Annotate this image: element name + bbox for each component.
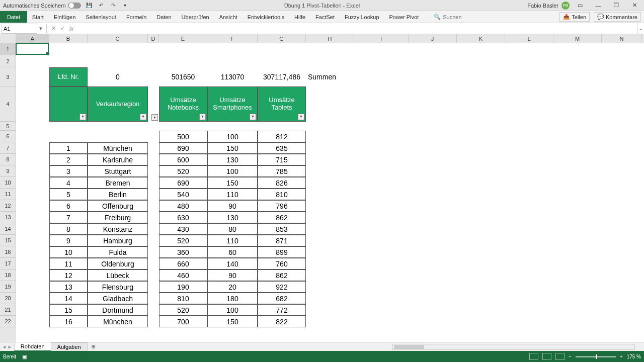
cell-e-8[interactable]: 430 — [159, 223, 207, 235]
cell-f-8[interactable]: 80 — [207, 223, 258, 235]
cell-f-7[interactable]: 130 — [207, 212, 258, 223]
cell-e-1[interactable]: 690 — [159, 142, 207, 154]
select-all-corner[interactable] — [0, 34, 16, 43]
header-tablets-filter-icon[interactable]: ▼ — [298, 114, 304, 120]
cell-g-5[interactable]: 810 — [258, 189, 306, 200]
header-lfd-filter[interactable]: ▼ — [49, 86, 88, 122]
cell-e-3[interactable]: 520 — [159, 165, 207, 177]
row-header-17[interactable]: 17 — [0, 258, 16, 269]
fx-icon[interactable]: fx — [67, 26, 76, 32]
zoom-level[interactable]: 175 % — [627, 354, 641, 359]
row-header-6[interactable]: 6 — [0, 131, 16, 142]
cell-r-11[interactable]: Oldenburg — [88, 258, 148, 269]
header-lfd-filter-filter-icon[interactable]: ▼ — [79, 114, 86, 120]
cell-n-1[interactable]: 1 — [49, 142, 88, 154]
cell-n-10[interactable]: 10 — [49, 246, 88, 258]
row-header-4[interactable]: 4 — [0, 86, 16, 122]
cell-n-5[interactable]: 5 — [49, 189, 88, 200]
header-lfd-nr[interactable]: Lfd. Nr. — [49, 67, 88, 86]
cell-g-0[interactable]: 812 — [258, 131, 306, 142]
cell-n-13[interactable]: 13 — [49, 281, 88, 293]
cell-f-14[interactable]: 180 — [207, 293, 258, 304]
header-smartphones[interactable]: Umsätze Smartphones▼ — [207, 86, 258, 122]
cell-r-16[interactable]: München — [88, 316, 148, 327]
cell-n-16[interactable]: 16 — [49, 316, 88, 327]
sum-f[interactable]: 113070 — [207, 67, 258, 86]
tab-power pivot[interactable]: Power Pivot — [384, 11, 424, 23]
cell-n-7[interactable]: 7 — [49, 212, 88, 223]
close-icon[interactable]: ✕ — [627, 1, 642, 11]
col-header-B[interactable]: B — [49, 34, 88, 43]
name-box[interactable]: A1 — [1, 24, 37, 34]
cell-r-7[interactable]: Freiburg — [88, 212, 148, 223]
maximize-icon[interactable]: ❐ — [609, 1, 624, 11]
search-box[interactable]: 🔍 Suchen — [434, 14, 461, 20]
user-avatar[interactable]: FB — [561, 2, 570, 10]
header-smartphones-filter-icon[interactable]: ▼ — [250, 114, 256, 120]
save-icon[interactable]: 💾 — [85, 2, 93, 10]
zoom-in-icon[interactable]: + — [620, 354, 623, 359]
col-header-F[interactable]: F — [207, 34, 258, 43]
row-header-5[interactable]: 5 — [0, 122, 16, 131]
row-header-11[interactable]: 11 — [0, 189, 16, 200]
cell-f-15[interactable]: 100 — [207, 304, 258, 316]
cell-r-8[interactable]: Konstanz — [88, 223, 148, 235]
row-header-16[interactable]: 16 — [0, 246, 16, 258]
cell-n-12[interactable]: 12 — [49, 269, 88, 281]
header-notebooks-filter-icon[interactable]: ▼ — [199, 114, 206, 120]
row-header-8[interactable]: 8 — [0, 154, 16, 165]
cell-n-11[interactable]: 11 — [49, 258, 88, 269]
tab-entwicklertools[interactable]: Entwicklertools — [243, 11, 289, 23]
spreadsheet-grid[interactable]: ABCDEFGHIJKLMN 1234567891011121314151617… — [0, 34, 644, 342]
cell-e-15[interactable]: 520 — [159, 304, 207, 316]
cell-g-1[interactable]: 635 — [258, 142, 306, 154]
cell-e-5[interactable]: 540 — [159, 189, 207, 200]
cell-r-10[interactable]: Fulda — [88, 246, 148, 258]
cell-e-4[interactable]: 690 — [159, 177, 207, 189]
cell-g-11[interactable]: 760 — [258, 258, 306, 269]
cell-g-6[interactable]: 796 — [258, 200, 306, 212]
cell-n-6[interactable]: 6 — [49, 200, 88, 212]
cell-e-0[interactable]: 500 — [159, 131, 207, 142]
cell-n-4[interactable]: 4 — [49, 177, 88, 189]
tab-daten[interactable]: Daten — [151, 11, 176, 23]
cell-g-14[interactable]: 682 — [258, 293, 306, 304]
view-page-layout-icon[interactable] — [542, 353, 551, 360]
tab-fuzzy lookup[interactable]: Fuzzy Lookup — [340, 11, 384, 23]
cell-g-4[interactable]: 826 — [258, 177, 306, 189]
cell-f-6[interactable]: 90 — [207, 200, 258, 212]
cell-e-10[interactable]: 360 — [159, 246, 207, 258]
cell-g-15[interactable]: 772 — [258, 304, 306, 316]
cell-g-8[interactable]: 853 — [258, 223, 306, 235]
tab-hilfe[interactable]: Hilfe — [289, 11, 310, 23]
tab-überprüfen[interactable]: Überprüfen — [177, 11, 214, 23]
row-header-3[interactable]: 3 — [0, 67, 16, 86]
share-button[interactable]: 📤 Teilen — [559, 12, 590, 22]
col-header-E[interactable]: E — [159, 34, 207, 43]
zoom-slider[interactable] — [576, 356, 616, 357]
sheet-tab-aufgaben[interactable]: Aufgaben — [51, 342, 88, 351]
cell-g-2[interactable]: 715 — [258, 154, 306, 165]
cell-r-5[interactable]: Berlin — [88, 189, 148, 200]
row-header-12[interactable]: 12 — [0, 200, 16, 212]
cell-r-13[interactable]: Flensburg — [88, 281, 148, 293]
col-header-C[interactable]: C — [88, 34, 148, 43]
col-header-A[interactable]: A — [16, 34, 49, 43]
col-header-D[interactable]: D — [148, 34, 159, 43]
col-header-N[interactable]: N — [602, 34, 642, 43]
user-name[interactable]: Fabio Basler — [527, 3, 558, 9]
formula-input[interactable] — [76, 24, 637, 33]
add-sheet-icon[interactable]: ⊕ — [87, 343, 100, 350]
cell-n-8[interactable]: 8 — [49, 223, 88, 235]
tab-einfügen[interactable]: Einfügen — [49, 11, 80, 23]
sheet-nav-first-icon[interactable]: ◄ — [2, 344, 7, 349]
ribbon-display-icon[interactable]: ▭ — [573, 1, 588, 11]
comments-button[interactable]: 💬 Kommentare — [594, 12, 641, 22]
tab-seitenlayout[interactable]: Seitenlayout — [80, 11, 121, 23]
tab-formeln[interactable]: Formeln — [121, 11, 151, 23]
row-header-15[interactable]: 15 — [0, 235, 16, 246]
col-header-J[interactable]: J — [409, 34, 457, 43]
tab-ansicht[interactable]: Ansicht — [214, 11, 243, 23]
header-d-filter-filter-icon[interactable]: ▼ — [151, 114, 158, 121]
sheet-tab-rohdaten[interactable]: Rohdaten — [14, 342, 51, 351]
